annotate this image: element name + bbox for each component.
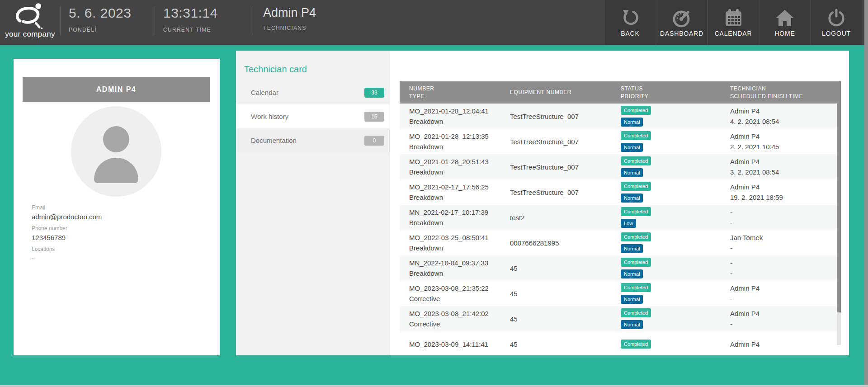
order-type: Breakdown [409, 268, 510, 278]
table-body: MO_2021-01-28_12:04:41 Breakdown TestTre… [400, 104, 837, 355]
table-scrollbar-track[interactable] [837, 104, 841, 345]
status-badge: Completed [621, 207, 651, 216]
scheduled-finish-time: - [730, 268, 837, 278]
status-badge: Completed [621, 232, 651, 241]
table-row[interactable]: MO_2021-02-17_17:56:25 Breakdown TestTre… [400, 179, 837, 205]
cell-equipment: 45 [510, 306, 621, 331]
order-number: MO_2022-03-25_08:50:41 [409, 232, 510, 243]
order-number: MN_2022-10-04_09:37:33 [409, 258, 510, 268]
table-row[interactable]: MO_2023-03-08_21:42:02 Corrective 45 Com… [400, 306, 837, 331]
cell-number-type: MO_2021-01-28_20:51:43 Breakdown [400, 154, 510, 179]
table-row[interactable]: MN_2022-10-04_09:37:33 Breakdown 45 Comp… [400, 255, 837, 281]
cell-equipment: TestTreeStructure_007 [510, 104, 621, 129]
cell-equipment: TestTreeStructure_007 [510, 129, 621, 154]
scheduled-finish-time: 2. 2. 2021 10:45 [730, 142, 837, 152]
cell-equipment: test2 [510, 205, 621, 230]
window-horizontal-scrollbar[interactable] [0, 385, 868, 387]
order-number: MO_2023-03-08_21:42:02 [409, 308, 510, 319]
table-row[interactable]: MO_2021-01-28_20:51:43 Breakdown TestTre… [400, 154, 837, 179]
technician-name: Admin P4 [730, 131, 837, 142]
equipment-number: 0007666281995 [510, 238, 621, 248]
column-header-technician-finish: TECHNICIAN SCHEDULED FINISH TIME [730, 81, 837, 104]
cell-technician-finish: Admin P4 - [730, 306, 837, 331]
status-badge: Completed [621, 258, 651, 267]
menu-item-documentation[interactable]: Documentation 0 [236, 128, 390, 152]
logout-button[interactable]: LOGOUT [811, 0, 862, 45]
table-row[interactable]: MO_2022-03-25_08:50:41 Breakdown 0007666… [400, 230, 837, 255]
cell-equipment: 45 [510, 255, 621, 281]
equipment-number: 45 [510, 263, 621, 274]
current-date: 5. 6. 2023 [69, 5, 155, 21]
back-button[interactable]: BACK [605, 0, 656, 45]
home-label: HOME [774, 30, 795, 37]
cell-technician-finish: Jan Tomek - [730, 230, 837, 255]
cell-technician-finish: Admin P4 [730, 331, 837, 355]
table-row[interactable]: MO_2023-03-08_21:35:22 Corrective 45 Com… [400, 281, 837, 306]
table-row[interactable]: MO_2021-01-28_12:04:41 Breakdown TestTre… [400, 104, 837, 129]
cell-number-type: MN_2022-10-04_09:37:33 Breakdown [400, 255, 510, 281]
cell-status-priority: Completed Normal [621, 179, 730, 205]
scheduled-finish-time: - [730, 293, 837, 304]
company-logo-text: your company [5, 30, 55, 39]
menu-item-calendar[interactable]: Calendar 33 [236, 80, 390, 104]
status-badge: Completed [621, 283, 651, 292]
back-label: BACK [621, 30, 639, 37]
calendar-label: CALENDAR [715, 30, 752, 37]
locations-value: - [32, 255, 102, 262]
order-type: Corrective [409, 293, 510, 304]
column-header-number-type: NUMBER TYPE [400, 81, 510, 104]
cell-number-type: MO_2022-03-25_08:50:41 Breakdown [400, 230, 510, 255]
table-row[interactable]: MN_2021-02-17_10:17:39 Breakdown test2 C… [400, 205, 837, 230]
equipment-number: 45 [510, 339, 621, 349]
logout-icon [827, 8, 846, 28]
technician-card-list: Calendar 33 Work history 15 Documentatio… [236, 80, 390, 152]
technician-name: Jan Tomek [730, 232, 837, 243]
calendar-icon [724, 8, 742, 28]
cell-number-type: MO_2021-01-28_12:13:35 Breakdown [400, 129, 510, 154]
status-badge: Completed [621, 340, 651, 349]
window-vertical-scrollbar[interactable] [864, 0, 868, 385]
cell-number-type: MO_2023-03-08_21:35:22 Corrective [400, 281, 510, 306]
equipment-number: 45 [510, 314, 621, 324]
scheduled-finish-time: - [730, 243, 837, 253]
technician-name: Admin P4 [730, 156, 837, 167]
cell-equipment: 0007666281995 [510, 230, 621, 255]
company-logo[interactable]: your company [0, 0, 60, 45]
order-number: MO_2023-03-09_14:11:41 [409, 339, 510, 349]
dashboard-icon [672, 8, 692, 28]
priority-badge: Normal [621, 194, 643, 203]
order-type: Breakdown [409, 116, 510, 127]
cell-number-type: MN_2021-02-17_10:17:39 Breakdown [400, 205, 510, 230]
home-button[interactable]: HOME [760, 0, 810, 45]
page-title-block: Admin P4 TECHNICIANS [253, 0, 605, 45]
logout-label: LOGOUT [822, 30, 851, 37]
table-row[interactable]: MO_2023-03-09_14:11:41 45 Completed Admi… [400, 331, 837, 355]
technician-name: Admin P4 [730, 308, 837, 319]
topbar-nav: BACK DASHBOARD [605, 0, 862, 45]
cell-equipment: 45 [510, 331, 621, 355]
order-type: Breakdown [409, 217, 510, 228]
table-scrollbar-thumb[interactable] [837, 104, 841, 312]
scheduled-finish-time: - [730, 217, 837, 228]
dashboard-button[interactable]: DASHBOARD [656, 0, 707, 45]
cell-number-type: MO_2023-03-09_14:11:41 [400, 331, 510, 355]
priority-badge: Normal [621, 168, 643, 177]
technician-name: - [730, 207, 837, 217]
order-type: Breakdown [409, 192, 510, 203]
cell-equipment: 45 [510, 281, 621, 306]
order-type: Breakdown [409, 167, 510, 177]
technician-name: Admin P4 [730, 106, 837, 116]
column-header-status-priority: STATUS PRIORITY [621, 81, 730, 104]
technician-name: Admin P4 [730, 182, 837, 192]
cell-technician-finish: Admin P4 4. 2. 2021 08:54 [730, 104, 837, 129]
cell-status-priority: Completed Normal [621, 129, 730, 154]
calendar-button[interactable]: CALENDAR [708, 0, 759, 45]
technician-card-title: Technician card [244, 64, 307, 75]
equipment-number: TestTreeStructure_007 [510, 137, 621, 147]
topbar: your company 5. 6. 2023 PONDĚLÍ 13:31:14… [0, 0, 868, 45]
status-badge: Completed [621, 156, 651, 165]
menu-item-work-history[interactable]: Work history 15 [236, 104, 390, 128]
priority-badge: Normal [621, 118, 643, 127]
table-row[interactable]: MO_2021-01-28_12:13:35 Breakdown TestTre… [400, 129, 837, 154]
work-history-count-badge: 15 [364, 112, 384, 122]
